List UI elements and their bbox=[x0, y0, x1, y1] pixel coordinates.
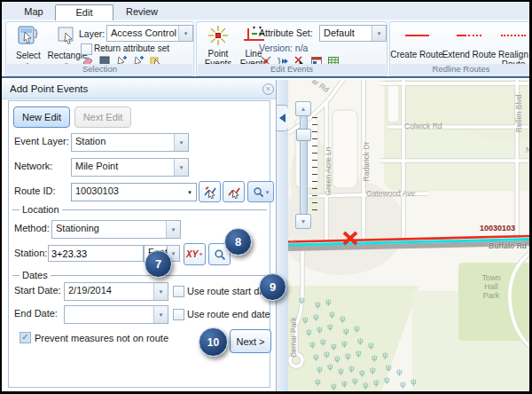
route-id-caret-icon[interactable]: ▼ bbox=[184, 184, 196, 201]
marsh-tuft-icon: ψ bbox=[313, 353, 318, 361]
road-label-radarick: Radarick Dr bbox=[362, 142, 371, 182]
marsh-tuft-icon: ψ bbox=[306, 328, 311, 336]
town-hall-park-label: Town Hall Park bbox=[471, 273, 512, 300]
select-route-on-map-button[interactable] bbox=[199, 181, 221, 202]
ribbon-tab-strip: Map Edit Review bbox=[2, 2, 529, 20]
route-search-dropdown-button[interactable]: ▾ bbox=[247, 181, 274, 202]
tab-map[interactable]: Map bbox=[14, 4, 53, 20]
event-layer-caret-icon[interactable]: ▾ bbox=[174, 134, 188, 151]
prevent-measures-checkbox[interactable]: ✓ bbox=[20, 332, 31, 343]
next-edit-button[interactable]: Next Edit bbox=[74, 106, 131, 128]
start-date-label: Start Date: bbox=[14, 285, 61, 296]
layer-combobox-caret-icon[interactable]: ▾ bbox=[178, 26, 192, 41]
station-input[interactable] bbox=[48, 245, 144, 262]
marsh-tuft-icon: ψ bbox=[345, 352, 350, 360]
zoom-slider-handle[interactable] bbox=[296, 129, 311, 141]
station-xy-button[interactable]: XY + bbox=[184, 243, 206, 265]
marsh-tuft-icon: ψ bbox=[356, 350, 361, 358]
tab-edit[interactable]: Edit bbox=[55, 4, 113, 20]
marsh-tuft-icon: ψ bbox=[325, 298, 331, 306]
callout-7: 7 bbox=[145, 250, 172, 278]
panel-title: Add Point Events bbox=[10, 83, 88, 94]
marsh-tuft-icon: ψ bbox=[359, 369, 364, 377]
marsh-tuft-icon: ψ bbox=[341, 380, 347, 388]
layer-label: Layer: bbox=[79, 28, 105, 39]
route-id-combobox[interactable]: 10030103 ▼ bbox=[71, 183, 197, 201]
dates-section-label: Dates bbox=[20, 270, 51, 280]
network-label: Network: bbox=[14, 161, 52, 171]
marsh-tuft-icon: ψ bbox=[373, 379, 379, 387]
start-date-value: 2/19/2014 bbox=[65, 283, 153, 300]
marsh-tuft-icon: ψ bbox=[317, 366, 322, 374]
marsh-tuft-icon: ψ bbox=[343, 327, 348, 335]
ribbon-divider bbox=[2, 76, 529, 78]
create-route-icon bbox=[405, 35, 429, 36]
use-route-end-date-checkbox[interactable] bbox=[173, 309, 184, 320]
marsh-tuft-icon: ψ bbox=[386, 364, 391, 372]
end-date-combobox[interactable]: ▾ bbox=[64, 305, 168, 324]
attribute-set-combobox[interactable]: Default ▾ bbox=[319, 25, 387, 42]
layer-combobox-value: Access Control bbox=[107, 26, 178, 41]
zoom-slider-ticks bbox=[312, 117, 317, 211]
marsh-tuft-icon: ψ bbox=[341, 340, 347, 348]
network-combobox[interactable]: Mile Point ▾ bbox=[71, 158, 189, 177]
route-id-label: Route ID: bbox=[14, 185, 55, 196]
method-combobox[interactable]: Stationing ▾ bbox=[51, 220, 181, 239]
marsh-tuft-icon: ψ bbox=[352, 377, 357, 385]
clear-route-selection-button[interactable] bbox=[223, 181, 245, 202]
marsh-tuft-icon: ψ bbox=[327, 323, 332, 331]
end-date-label: End Date: bbox=[14, 308, 58, 319]
use-route-end-date-label: Use route end date bbox=[187, 309, 270, 319]
collapse-panel-button[interactable] bbox=[277, 105, 289, 131]
realign-route-icon bbox=[501, 35, 526, 36]
marsh-tuft-icon: ψ bbox=[400, 381, 405, 389]
method-caret-icon[interactable]: ▾ bbox=[166, 221, 180, 238]
dates-separator bbox=[12, 275, 267, 276]
start-date-combobox[interactable]: 2/19/2014 ▾ bbox=[64, 282, 168, 301]
rectangle-tool-icon bbox=[55, 24, 80, 49]
marsh-tuft-icon: ψ bbox=[317, 326, 322, 334]
layer-combobox[interactable]: Access Control ▾ bbox=[106, 25, 193, 42]
panel-close-icon[interactable]: × bbox=[262, 83, 274, 95]
window-border-top bbox=[0, 0, 532, 2]
marsh-tuft-icon: ψ bbox=[340, 315, 345, 323]
collapse-arrow-icon bbox=[279, 114, 286, 122]
xy-icon: XY bbox=[186, 249, 198, 259]
zoom-in-button[interactable]: ▲ bbox=[295, 101, 311, 116]
marsh-tuft-icon: ψ bbox=[357, 337, 363, 345]
road-label-colwick: Colwick Rd bbox=[404, 122, 442, 130]
selection-group-label: Selection bbox=[7, 64, 192, 75]
attribute-set-label: Attribute Set: bbox=[259, 28, 313, 38]
point-events-icon bbox=[207, 24, 230, 47]
marsh-tuft-icon: ψ bbox=[299, 296, 304, 304]
end-date-value bbox=[65, 306, 153, 323]
attribute-set-combobox-caret-icon[interactable]: ▾ bbox=[372, 26, 386, 41]
ribbon-group-selection: } Select ▾ Rectangle ▾ Layer: Access Con… bbox=[5, 21, 194, 76]
zoom-out-button[interactable]: ▼ bbox=[295, 214, 311, 229]
road-label-buffalo: Buffalo Rd bbox=[489, 241, 527, 250]
event-layer-value: Station bbox=[72, 134, 174, 151]
start-date-caret-icon[interactable]: ▾ bbox=[153, 283, 168, 300]
select-tool-button[interactable]: } Select ▾ bbox=[11, 24, 46, 65]
extend-route-icon bbox=[457, 35, 481, 36]
marsh-tuft-icon: ψ bbox=[348, 365, 354, 373]
prevent-measures-label: Prevent measures not on route bbox=[35, 333, 168, 343]
ribbon-group-redline-routes: Create Route Extend Route Realign Route … bbox=[389, 21, 532, 76]
new-edit-button[interactable]: New Edit bbox=[13, 106, 70, 128]
location-section-label: Location bbox=[20, 204, 62, 215]
end-date-caret-icon[interactable]: ▾ bbox=[153, 306, 168, 323]
marsh-tuft-icon: ψ bbox=[320, 338, 325, 346]
edit-events-group-label: Edit Events bbox=[198, 64, 386, 75]
map-view[interactable]: ar Rd Colwick Rd Rellim Blvd Radarick Dr… bbox=[288, 80, 530, 392]
event-layer-combobox[interactable]: Station ▾ bbox=[71, 133, 189, 152]
clear-route-selection-icon bbox=[227, 185, 241, 199]
tab-review[interactable]: Review bbox=[119, 4, 165, 20]
marsh-tuft-icon: ψ bbox=[354, 325, 359, 333]
method-label: Method: bbox=[14, 223, 50, 233]
extend-route-label: Extend Route bbox=[442, 50, 497, 59]
next-button[interactable]: Next > bbox=[230, 329, 271, 353]
marsh-tuft-icon: ψ bbox=[384, 376, 389, 384]
use-route-start-date-checkbox[interactable] bbox=[173, 286, 184, 297]
marsh-tuft-icon: ψ bbox=[334, 355, 340, 363]
network-caret-icon[interactable]: ▾ bbox=[174, 159, 188, 176]
